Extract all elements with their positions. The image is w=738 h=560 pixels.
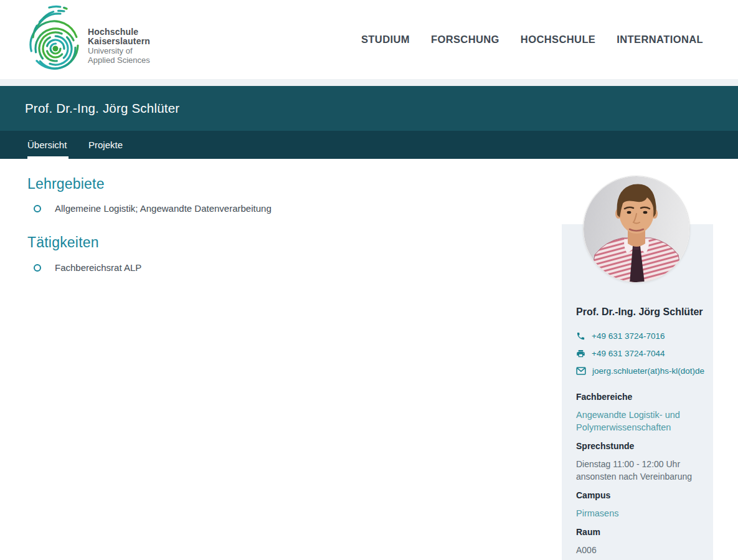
tab-bar: Übersicht Projekte (0, 131, 738, 159)
raum-value: A006 (576, 544, 710, 556)
fax-printer-icon (576, 349, 585, 358)
phone-row[interactable]: +49 631 3724-7016 (576, 331, 665, 341)
phone-icon (576, 331, 585, 341)
nav-item-studium[interactable]: STUDIUM (361, 34, 410, 45)
campus-label: Campus (576, 490, 610, 500)
page: Hochschule Kaiserslautern University of … (0, 0, 738, 560)
logo-line-2: Kaiserslautern (88, 37, 150, 46)
email-address: joerg.schlueter(at)hs-kl(dot)de (592, 366, 704, 376)
raum-label: Raum (576, 527, 600, 537)
profile-photo (584, 176, 689, 282)
nav-item-forschung[interactable]: FORSCHUNG (431, 34, 499, 45)
fingerprint-logo-icon (28, 5, 79, 75)
header-divider-strip (0, 79, 738, 86)
sprechstunde-text: Dienstag 11:00 - 12:00 Uhr ansonsten nac… (576, 458, 710, 483)
active-tab-underline (27, 156, 69, 159)
logo-line-1: Hochschule (88, 27, 150, 37)
sprechstunde-label: Sprechstunde (576, 441, 634, 451)
campus-link[interactable]: Pirmasens (576, 507, 707, 520)
logo-text: Hochschule Kaiserslautern University of … (88, 5, 150, 75)
tab-uebersicht[interactable]: Übersicht (27, 131, 67, 159)
logo-line-3: University of (88, 46, 150, 55)
sprechstunde-line-2: ansonsten nach Vereinbarung (576, 472, 692, 482)
bullet-circle-icon (34, 264, 41, 272)
phone-number: +49 631 3724-7016 (592, 331, 665, 341)
bullet-circle-icon (34, 205, 41, 212)
list-item: Fachbereichsrat ALP (34, 262, 141, 273)
tab-projekte[interactable]: Projekte (88, 131, 123, 159)
list-item-text: Allgemeine Logistik; Angewandte Datenver… (55, 203, 272, 214)
university-logo[interactable]: Hochschule Kaiserslautern University of … (28, 5, 227, 75)
section-heading-lehrgebiete: Lehrgebiete (27, 176, 105, 192)
nav-item-international[interactable]: INTERNATIONAL (617, 34, 703, 45)
page-title: Prof. Dr.-Ing. Jörg Schlüter (25, 101, 179, 116)
list-item: Allgemeine Logistik; Angewandte Datenver… (34, 203, 272, 214)
section-heading-taetigkeiten: Tätigkeiten (27, 234, 99, 251)
list-item-text: Fachbereichsrat ALP (55, 262, 141, 273)
envelope-icon (576, 367, 586, 375)
fachbereiche-label: Fachbereiche (576, 392, 632, 402)
sprechstunde-line-1: Dienstag 11:00 - 12:00 Uhr (576, 459, 680, 469)
logo-line-4: Applied Sciences (88, 55, 150, 65)
email-row[interactable]: joerg.schlueter(at)hs-kl(dot)de (576, 366, 704, 376)
main-nav: STUDIUM FORSCHUNG HOCHSCHULE INTERNATION… (361, 0, 703, 79)
sidebar-profile-name: Prof. Dr.-Ing. Jörg Schlüter (576, 306, 707, 318)
site-header: Hochschule Kaiserslautern University of … (0, 0, 738, 79)
fax-number: +49 631 3724-7044 (592, 349, 665, 358)
fax-row[interactable]: +49 631 3724-7044 (576, 349, 665, 358)
fachbereiche-link[interactable]: Angewandte Logistik- und Polymerwissensc… (576, 409, 707, 434)
profile-banner: Prof. Dr.-Ing. Jörg Schlüter (0, 86, 738, 131)
nav-item-hochschule[interactable]: HOCHSCHULE (521, 34, 595, 45)
